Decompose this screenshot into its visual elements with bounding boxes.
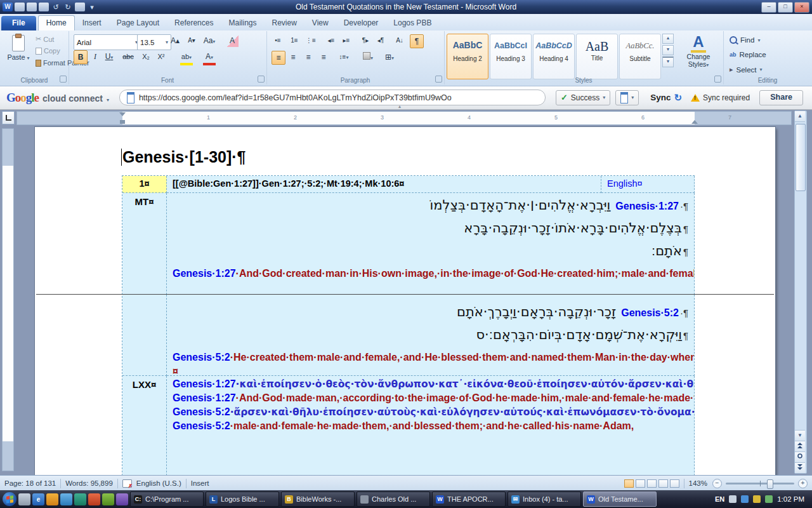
taskbar-button-logos[interactable]: LLogos Bible ... xyxy=(206,491,279,507)
style-heading-4[interactable]: AaBbCcD Heading 4 xyxy=(533,34,575,79)
taskbar-button-program[interactable]: C:C:\Program ... xyxy=(130,491,204,507)
taskbar-button-bibleworks[interactable]: BBibleWorks -... xyxy=(281,491,355,507)
google-cloud-connect-menu[interactable]: Google cloud connect ▾ xyxy=(0,91,109,105)
horizontal-ruler[interactable]: 1 2 3 4 5 6 7 xyxy=(16,111,792,125)
italic-button[interactable]: I xyxy=(89,50,102,63)
line-spacing-button[interactable]: ↕≡▾ xyxy=(337,51,350,64)
style-heading-3[interactable]: AaBbCcI Heading 3 xyxy=(490,34,532,79)
quicklaunch-icon-8[interactable] xyxy=(116,493,128,505)
previous-page-button[interactable] xyxy=(795,441,805,451)
decrease-indent-button[interactable]: ◂≡ xyxy=(325,34,337,47)
gallery-scroll-up-button[interactable]: ▴ xyxy=(662,34,674,44)
cut-button[interactable]: ✂Cut xyxy=(36,35,54,43)
undo-icon[interactable]: ↺ xyxy=(51,3,61,11)
tab-insert[interactable]: Insert xyxy=(75,16,109,30)
grow-font-button[interactable]: A▴ xyxy=(169,34,181,47)
quicklaunch-icon-6[interactable] xyxy=(88,493,100,505)
lxx-label-cell[interactable]: LXX¤ xyxy=(122,376,167,475)
clear-formatting-button[interactable]: A xyxy=(226,34,239,47)
document-url-field[interactable]: https://docs.google.com/leaf?id=1r58eGU7… xyxy=(119,90,546,105)
font-size-combobox[interactable]: 13.5▾ xyxy=(137,34,171,50)
vertical-ruler[interactable] xyxy=(2,128,14,471)
outline-view-icon[interactable] xyxy=(658,479,668,488)
redo-icon[interactable]: ↻ xyxy=(63,3,73,11)
style-subtitle[interactable]: AaBbCc. Subtitle xyxy=(619,34,661,79)
zoom-slider[interactable] xyxy=(726,483,794,485)
clock[interactable]: 1:02 PM xyxy=(777,495,804,503)
sync-status-button[interactable]: ✓ Success ▾ xyxy=(556,90,610,105)
ltr-direction-button[interactable]: ¶▸ xyxy=(359,34,372,47)
quicklaunch-icon-1[interactable] xyxy=(18,493,30,505)
multilevel-list-button[interactable]: ⋮≡ xyxy=(304,34,317,47)
application-icon[interactable]: W xyxy=(3,3,13,11)
superscript-button[interactable]: X² xyxy=(155,50,167,63)
sync-button[interactable]: Sync ↻ xyxy=(650,92,682,104)
bold-button[interactable]: B xyxy=(74,50,88,64)
tab-page-layout[interactable]: Page Layout xyxy=(109,16,167,30)
options-dropdown-icon[interactable]: ▾ xyxy=(631,95,634,100)
scroll-down-button[interactable]: ▼ xyxy=(795,430,805,441)
quicklaunch-icon-7[interactable] xyxy=(102,493,114,505)
gallery-expand-button[interactable]: ▾ xyxy=(662,57,674,67)
tray-icon-1[interactable] xyxy=(729,495,737,503)
cloud-connect-dropdown-icon[interactable]: ▾ xyxy=(107,97,109,103)
zoom-out-button[interactable]: − xyxy=(712,479,722,488)
font-name-combobox[interactable]: Arial▾ xyxy=(74,34,141,50)
right-indent-marker[interactable] xyxy=(691,120,698,124)
paste-button[interactable]: Paste ▾ xyxy=(5,34,32,74)
language-indicator[interactable]: English (U.S.) xyxy=(136,479,181,487)
save-icon[interactable] xyxy=(15,3,25,11)
document-page[interactable]: Genesis·[1-30]·¶ 1¤ [[@Bible:Gen·1:27]]·… xyxy=(35,127,775,475)
align-center-button[interactable]: ≡ xyxy=(287,51,299,64)
full-screen-reading-view-icon[interactable] xyxy=(636,479,645,488)
tab-file[interactable]: File xyxy=(1,16,36,30)
font-size-dropdown-icon[interactable]: ▾ xyxy=(166,39,168,45)
close-button[interactable]: × xyxy=(794,2,809,13)
clipboard-dialog-launcher[interactable] xyxy=(60,76,67,83)
insert-mode-indicator[interactable]: Insert xyxy=(191,479,209,487)
style-title[interactable]: AaB Title xyxy=(576,34,618,79)
tray-icon-3[interactable] xyxy=(753,495,761,503)
taskbar-button-apocrypha-doc[interactable]: WTHE APOCR... xyxy=(432,491,506,507)
styles-dialog-launcher[interactable] xyxy=(714,76,721,83)
numbering-button[interactable]: 1≡ xyxy=(288,34,301,47)
select-browse-object-button[interactable] xyxy=(795,451,805,462)
status-dropdown-icon[interactable]: ▾ xyxy=(603,95,605,100)
tab-mailings[interactable]: Mailings xyxy=(221,16,264,30)
borders-button[interactable]: ⊞▾ xyxy=(383,51,396,64)
underline-button[interactable]: U▾ xyxy=(103,50,115,63)
font-dialog-launcher[interactable] xyxy=(258,76,265,83)
subscript-button[interactable]: X₂ xyxy=(140,50,152,63)
show-formatting-marks-button[interactable]: ¶ xyxy=(410,34,424,48)
shading-button[interactable]: ▾ xyxy=(362,51,374,64)
mt-content-cell-2[interactable]: זָכָר·וּנְקֵבָה·בְּרָאָם·וַיְבָרֶךְ·אֹתָ… xyxy=(167,295,695,376)
align-right-button[interactable]: ≡ xyxy=(302,51,315,64)
table-icon[interactable] xyxy=(75,3,85,11)
quicklaunch-icon-4[interactable] xyxy=(60,493,72,505)
vertical-scrollbar[interactable]: ▲ ▼ xyxy=(794,110,807,474)
left-indent-marker[interactable] xyxy=(120,120,125,124)
tab-stop-selector[interactable] xyxy=(2,111,15,124)
gallery-scroll-down-button[interactable]: ▾ xyxy=(662,45,674,55)
find-button[interactable]: Find▾ xyxy=(730,36,760,44)
print-layout-view-icon[interactable] xyxy=(624,479,634,488)
language-cell[interactable]: English¤ xyxy=(601,176,695,193)
tray-icon-4[interactable] xyxy=(765,495,773,503)
select-button[interactable]: ▸Select▾ xyxy=(730,65,763,74)
justify-button[interactable]: ≡ xyxy=(317,51,330,64)
font-color-button[interactable]: A▾ xyxy=(203,50,216,65)
mt-label-cell[interactable]: MT¤ xyxy=(122,193,167,295)
print-preview-icon[interactable] xyxy=(39,3,49,11)
taskbar-button-inbox[interactable]: ✉Inbox (4) - ta... xyxy=(508,491,581,507)
zoom-slider-handle[interactable] xyxy=(767,479,773,489)
scrollbar-thumb[interactable] xyxy=(796,124,806,191)
tab-view[interactable]: View xyxy=(304,16,336,30)
print-icon[interactable] xyxy=(27,3,37,11)
style-heading-2[interactable]: AaBbC Heading 2 xyxy=(447,34,488,79)
copy-button[interactable]: Copy xyxy=(36,47,60,55)
share-button[interactable]: Share xyxy=(759,90,803,105)
word-count[interactable]: Words: 95,899 xyxy=(65,479,113,487)
first-line-indent-marker[interactable] xyxy=(119,112,126,116)
quicklaunch-icon-5[interactable] xyxy=(74,493,86,505)
language-bar[interactable]: EN xyxy=(715,495,724,503)
